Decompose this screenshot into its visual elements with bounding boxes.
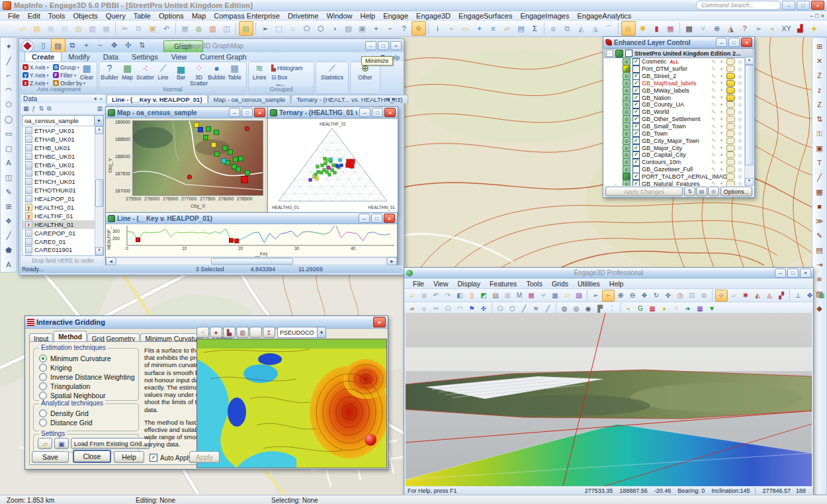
line-chart-button[interactable]: ⟋Line xyxy=(154,63,172,87)
close-button[interactable]: × xyxy=(811,1,824,10)
cursor2-icon[interactable]: ➢ xyxy=(752,22,765,35)
clock-icon[interactable]: ◷ xyxy=(675,290,686,301)
drag-window-icon[interactable]: ✦ xyxy=(473,22,486,35)
menu-item[interactable]: Edit xyxy=(24,12,44,20)
axes-icon[interactable]: ⊹ xyxy=(715,290,728,302)
layer-style-icon[interactable]: ✎ xyxy=(711,73,717,79)
image-icon[interactable]: ▣ xyxy=(813,142,826,155)
delete-icon[interactable]: ✕ xyxy=(813,54,826,67)
drop-field-zone[interactable]: Drop field HERE to order xyxy=(22,257,104,265)
selected-data-point[interactable] xyxy=(235,239,239,243)
ellipse-preview-icon[interactable]: ● xyxy=(210,327,222,338)
layer-visibility-checkbox[interactable]: ✓ xyxy=(632,123,640,130)
layer-visibility-checkbox[interactable]: ✓ xyxy=(632,151,640,159)
clear-button[interactable]: ▦ Clear xyxy=(78,63,95,81)
aerial-map-plot[interactable] xyxy=(132,120,263,196)
ternary-restore-button[interactable]: □ xyxy=(372,108,383,117)
histogram-button[interactable]: ▙Histogram xyxy=(271,64,303,71)
layer-style-icon[interactable]: ✎ xyxy=(711,152,717,158)
x-axis-button[interactable]: xX Axis▾ xyxy=(22,63,49,71)
grid-make-icon[interactable]: ▩ xyxy=(683,22,696,35)
undo-icon[interactable]: ↶ xyxy=(431,290,442,301)
engage3d-menu-item[interactable]: Tools xyxy=(521,280,547,288)
field-row[interactable]: ETHBC_UK01 xyxy=(22,152,103,161)
folder2-icon[interactable]: ▱ xyxy=(562,290,573,301)
doc-icon[interactable]: ▯ xyxy=(466,290,478,301)
layer-label-tag-icon[interactable] xyxy=(726,58,735,65)
document-tab[interactable]: Line - (__Key v. HEALPOP_01) xyxy=(107,95,208,103)
layer-visibility-checkbox[interactable]: ✓ xyxy=(632,94,640,101)
menu-item[interactable]: Window xyxy=(322,12,356,20)
layer-style-icon[interactable]: ✎ xyxy=(711,66,717,72)
layer-style-icon[interactable]: ✎ xyxy=(711,80,717,86)
ternary-data-point[interactable] xyxy=(333,171,337,175)
layer-zoom-icon[interactable]: ◎ xyxy=(737,167,743,173)
layer-zoom-icon[interactable]: ◎ xyxy=(737,138,743,144)
red-line-icon[interactable]: ╱ xyxy=(813,171,826,184)
engage3d-menu-item[interactable]: Display xyxy=(453,280,485,288)
layer-zoom-icon[interactable]: ◎ xyxy=(737,116,743,122)
engage3d-menu-item[interactable]: Features xyxy=(485,280,521,288)
layer-label-tag-icon[interactable] xyxy=(726,87,735,94)
green-square-icon[interactable]: ■ xyxy=(813,200,826,213)
field-row[interactable]: ETHCH_UK01 xyxy=(22,177,103,186)
kriging-radio[interactable]: Kriging xyxy=(39,363,135,372)
key-icon[interactable]: ⚿ xyxy=(813,127,826,140)
layer-zoom-icon[interactable]: ◎ xyxy=(737,152,743,158)
ternary-minimize-button[interactable]: – xyxy=(359,108,370,117)
field-row[interactable]: ETHB_UK01 xyxy=(22,144,103,152)
layers2-icon[interactable]: ▤ xyxy=(813,243,826,257)
layer-visibility-checkbox[interactable]: ✓ xyxy=(632,87,640,94)
engage3d-menu-item[interactable]: File xyxy=(408,280,429,288)
clip-region-icon[interactable]: ▧ xyxy=(342,22,355,35)
layer-zoom-icon[interactable]: ◎ xyxy=(737,80,743,86)
3d-scatter-chart-button[interactable]: ⁘3D Scatter xyxy=(190,63,208,87)
map-chart-button[interactable]: ▦Map xyxy=(118,63,136,87)
scroll-left-icon[interactable]: ◀ xyxy=(106,257,116,265)
layer-label-tag-icon[interactable] xyxy=(726,181,735,186)
layer-select-icon[interactable]: ✦ xyxy=(718,138,724,144)
perp-icon[interactable]: ⊥ xyxy=(793,290,804,301)
layer-label-tag-icon[interactable] xyxy=(726,108,735,115)
boundary-select-icon[interactable]: ⬡ xyxy=(314,22,327,35)
layer-style-icon[interactable]: ✎ xyxy=(711,167,717,173)
text-tool-icon[interactable]: A xyxy=(2,156,15,169)
layer-style-icon[interactable]: ✎ xyxy=(711,102,717,108)
layer-visibility-checkbox[interactable]: ✓ xyxy=(632,116,640,123)
bar-chart-button[interactable]: ▅Bar xyxy=(172,63,190,87)
box-button[interactable]: ⊟Box xyxy=(271,73,303,81)
help-button[interactable]: Help xyxy=(114,451,144,463)
layer-zoom-icon[interactable]: ◎ xyxy=(737,181,743,186)
ribbon-tab[interactable]: Modify xyxy=(62,52,96,62)
map-data-point[interactable] xyxy=(228,149,233,155)
layers-icon[interactable]: ≡ xyxy=(487,22,500,35)
pointer-icon[interactable]: ➢ xyxy=(590,290,601,301)
menu-item[interactable]: Engage3D xyxy=(412,12,455,20)
open-icon[interactable]: ▱ xyxy=(17,22,30,35)
other-button[interactable]: ⊕ Other xyxy=(352,63,378,81)
editing-status[interactable]: Editing: None xyxy=(129,497,265,504)
selecting-status[interactable]: Selecting: None xyxy=(265,497,325,504)
layer-style-icon[interactable]: ✎ xyxy=(711,181,717,186)
cut-icon[interactable]: ✂ xyxy=(118,22,132,35)
layer-visibility-checkbox[interactable]: ✓ xyxy=(632,73,640,80)
prev-view-icon[interactable]: ◭ xyxy=(575,22,588,35)
layer-style-icon[interactable]: ✎ xyxy=(711,159,717,165)
layer-select-icon[interactable]: ✦ xyxy=(718,102,724,108)
tab-close-icon[interactable]: × xyxy=(398,97,401,102)
root-checkbox[interactable] xyxy=(625,50,632,57)
zoom-layer-icon[interactable]: ◎ xyxy=(708,187,719,196)
mm-icon[interactable]: ▞ xyxy=(776,290,787,301)
layer-label-tag-icon[interactable] xyxy=(726,138,735,144)
apply-button[interactable]: Apply xyxy=(189,451,220,463)
z-calc-icon[interactable]: ⇅ xyxy=(813,112,826,126)
map-restore-button[interactable]: □ xyxy=(241,108,253,117)
scroll-down-icon[interactable]: ▼ xyxy=(95,247,103,255)
z-up-icon[interactable]: Z xyxy=(813,69,826,82)
line-window-scrollbar[interactable]: ◀ ▶ xyxy=(106,257,397,265)
layer-row[interactable]: ◍✓GB_Capital_City✎✦◎ xyxy=(604,151,754,159)
zoom-in-icon[interactable]: + xyxy=(370,22,383,35)
line-close-button[interactable]: × xyxy=(384,214,395,223)
engage3d-menu-item[interactable]: View xyxy=(429,280,453,288)
undo-icon[interactable]: ↶ xyxy=(160,22,173,35)
